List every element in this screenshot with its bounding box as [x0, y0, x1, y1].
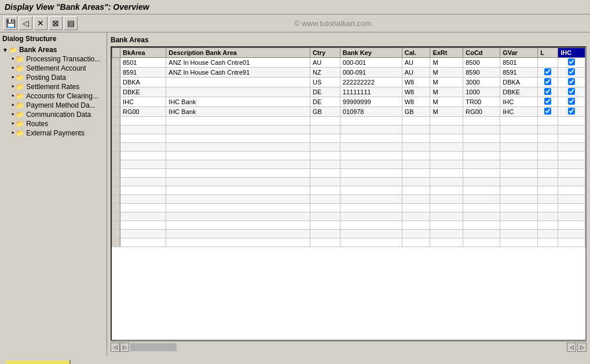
- empty-row: [112, 178, 585, 186]
- empty-cell: [463, 143, 500, 152]
- checkbox-ihc[interactable]: [568, 108, 575, 115]
- table-row[interactable]: DBKAUS222222222W8M3000DBKA: [112, 78, 585, 87]
- empty-row: [112, 169, 585, 178]
- checkbox-ihc[interactable]: [568, 68, 575, 75]
- sidebar-item-posting-data[interactable]: • 📁 Posting Data: [2, 73, 104, 82]
- sidebar-item-external-payments[interactable]: • 📁 External Payments: [2, 128, 104, 138]
- empty-cell: [558, 195, 585, 204]
- empty-cell: [166, 160, 310, 169]
- table-header: BkAreaDescription Bank AreaCtryBank KeyC…: [112, 48, 585, 58]
- checkbox-l[interactable]: [544, 88, 551, 95]
- empty-cell: [538, 221, 558, 230]
- back-button[interactable]: ◁: [19, 16, 32, 30]
- table-row[interactable]: DBKEDE11111111W8M1000DBKE: [112, 87, 585, 97]
- cell-gVar: 8591: [500, 68, 538, 78]
- empty-cell: [402, 117, 430, 126]
- empty-cell: [120, 221, 166, 230]
- empty-cell: [340, 195, 402, 204]
- hscroll-far-right-button[interactable]: ▷: [577, 343, 587, 352]
- bullet-icon: •: [12, 101, 14, 109]
- position-button[interactable]: ▦ Position...: [5, 359, 71, 364]
- checkbox-ihc[interactable]: [568, 78, 575, 85]
- sidebar-item-settlement-account[interactable]: • 📁 Settlement Account: [2, 64, 104, 73]
- empty-cell: [166, 126, 310, 134]
- checkbox-l[interactable]: [544, 78, 551, 85]
- sidebar-item-settlement-rates[interactable]: • 📁 Settlement Rates: [2, 82, 104, 91]
- empty-cell: [538, 134, 558, 143]
- content-area: Bank Areas BkAreaDescription Bank AreaCt…: [107, 32, 590, 356]
- bullet-icon: •: [12, 73, 14, 82]
- empty-cell: [402, 143, 430, 152]
- empty-cell: [402, 212, 430, 221]
- empty-cell: [310, 152, 340, 160]
- expand-arrow-icon: ▼: [2, 47, 8, 53]
- table-row[interactable]: RG00IHC BankGB010978GBMRG00IHC: [112, 107, 585, 117]
- empty-cell: [112, 221, 120, 230]
- hscroll-right-button[interactable]: ▷: [120, 343, 129, 352]
- empty-row: [112, 117, 585, 126]
- sidebar-item-processing-transactions[interactable]: • 📁 Processing Transactio...: [2, 54, 104, 64]
- empty-cell: [166, 169, 310, 178]
- sidebar-item-communication-data[interactable]: • 📁 Communication Data: [2, 110, 104, 119]
- empty-cell: [112, 152, 120, 160]
- checkbox-ihc[interactable]: [568, 98, 575, 105]
- cell-gVar: IHC: [500, 97, 538, 107]
- cell-description: IHC Bank: [166, 97, 310, 107]
- checkbox-l[interactable]: [544, 108, 551, 115]
- empty-cell: [402, 169, 430, 178]
- cell-coCd: 8500: [463, 58, 500, 68]
- cell-cal: W8: [402, 97, 430, 107]
- table-row[interactable]: 8591ANZ In House Cash Cntre91NZ000-091AU…: [112, 68, 585, 78]
- hscroll-far-left-button[interactable]: ◁: [567, 343, 576, 352]
- empty-cell: [500, 230, 538, 238]
- print-button[interactable]: ▤: [64, 16, 78, 30]
- empty-cell: [500, 195, 538, 204]
- hscroll-left-button[interactable]: ◁: [111, 343, 120, 352]
- empty-cell: [402, 204, 430, 212]
- row-selector-cell: [112, 97, 120, 107]
- sidebar-item-label: Settlement Rates: [26, 83, 79, 91]
- empty-cell: [463, 152, 500, 160]
- cancel-button[interactable]: ⊠: [49, 16, 63, 30]
- row-selector-cell: [112, 68, 120, 78]
- cell-gVar: IHC: [500, 107, 538, 117]
- empty-cell: [112, 238, 120, 247]
- sidebar-item-accounts-clearing[interactable]: • 📁 Accounts for Clearing...: [2, 91, 104, 101]
- table-row[interactable]: IHCIHC BankDE99999999W8MTR00IHC: [112, 97, 585, 107]
- checkbox-ihc[interactable]: [568, 58, 575, 65]
- save-button[interactable]: 💾: [3, 16, 17, 30]
- sidebar-item-bank-areas[interactable]: ▼ 📁 Bank Areas: [2, 45, 104, 54]
- cell-l: [538, 58, 558, 68]
- checkbox-ihc[interactable]: [568, 88, 575, 95]
- empty-cell: [430, 221, 463, 230]
- cell-ctry: DE: [310, 97, 340, 107]
- empty-cell: [500, 169, 538, 178]
- checkbox-l[interactable]: [544, 68, 551, 75]
- empty-cell: [402, 126, 430, 134]
- sidebar-title: Dialog Structure: [2, 35, 104, 43]
- table-scroll[interactable]: BkAreaDescription Bank AreaCtryBank KeyC…: [112, 47, 585, 340]
- table-row[interactable]: 8501ANZ In House Cash Cntre01AU000-001AU…: [112, 58, 585, 68]
- empty-cell: [310, 238, 340, 247]
- empty-cell: [538, 178, 558, 186]
- empty-row: [112, 152, 585, 160]
- empty-cell: [340, 117, 402, 126]
- exit-button[interactable]: ✕: [34, 16, 47, 30]
- empty-cell: [538, 143, 558, 152]
- empty-cell: [310, 143, 340, 152]
- empty-cell: [463, 186, 500, 195]
- checkbox-l[interactable]: [544, 98, 551, 105]
- cell-exRt: M: [430, 68, 463, 78]
- empty-cell: [500, 238, 538, 247]
- sidebar-item-routes[interactable]: • 📁 Routes: [2, 119, 104, 128]
- empty-cell: [558, 160, 585, 169]
- bullet-icon: •: [12, 64, 14, 72]
- sidebar-item-payment-method-data[interactable]: • 📁 Payment Method Da...: [2, 101, 104, 110]
- cell-ihc: [558, 78, 585, 87]
- horizontal-scrollbar[interactable]: ◁ ▷ ◁ ▷: [111, 341, 587, 352]
- empty-cell: [538, 152, 558, 160]
- empty-row: [112, 195, 585, 204]
- sidebar-item-label: Payment Method Da...: [26, 101, 95, 109]
- empty-cell: [558, 134, 585, 143]
- empty-cell: [500, 221, 538, 230]
